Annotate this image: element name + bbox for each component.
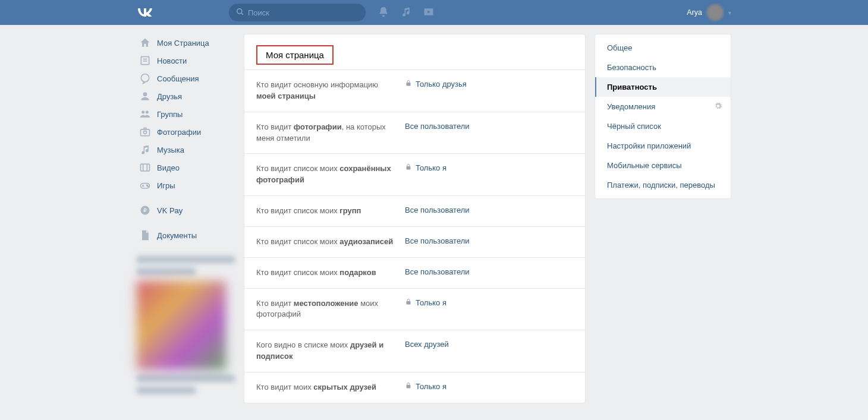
sidebar-item-label: Сообщения: [157, 74, 199, 83]
friends-icon: [139, 90, 151, 102]
svg-point-9: [146, 110, 149, 113]
search-icon: [236, 8, 244, 18]
lock-icon: [405, 382, 412, 391]
sidebar-item-pay[interactable]: ₽VK Pay: [137, 201, 235, 219]
privacy-row: Кто видит список моих подарковВсе пользо…: [244, 257, 585, 288]
svg-point-19: [147, 186, 149, 187]
lock-icon: [405, 163, 412, 172]
sidebar-item-music[interactable]: Музыка: [137, 141, 235, 159]
news-icon: [139, 55, 151, 67]
privacy-row-value-text: Все пользователи: [405, 206, 470, 214]
sidebar-item-label: Новости: [157, 56, 187, 65]
privacy-row: Кого видно в списке моих друзей и подпис…: [244, 330, 585, 372]
privacy-row: Кто видит основную информацию моей стран…: [244, 70, 585, 112]
sidebar-item-video[interactable]: Видео: [137, 159, 235, 176]
settings-nav-label: Платежи, подписки, переводы: [607, 181, 715, 190]
sidebar-item-label: Документы: [157, 231, 197, 240]
svg-rect-23: [407, 166, 411, 170]
svg-point-11: [144, 131, 147, 134]
vk-logo[interactable]: [137, 5, 229, 20]
privacy-row-label: Кого видно в списке моих друзей и подпис…: [256, 340, 405, 362]
privacy-row-value[interactable]: Все пользователи: [405, 206, 470, 217]
settings-nav-label: Приватность: [607, 83, 657, 91]
docs-icon: [139, 229, 151, 241]
notifications-icon[interactable]: [378, 6, 389, 20]
privacy-row-value[interactable]: Все пользователи: [405, 267, 470, 279]
settings-nav-item[interactable]: Приватность: [595, 77, 731, 97]
privacy-row: Кто видит список моих аудиозаписейВсе по…: [244, 226, 585, 257]
svg-rect-10: [141, 130, 150, 136]
settings-nav-item[interactable]: Чёрный список: [595, 116, 731, 136]
sidebar-item-news[interactable]: Новости: [137, 52, 235, 70]
privacy-row-value[interactable]: Только я: [405, 298, 446, 321]
search-input[interactable]: [248, 8, 348, 17]
sidebar-item-label: VK Pay: [157, 206, 183, 215]
sidebar-item-photos[interactable]: Фотографии: [137, 123, 235, 141]
svg-rect-24: [407, 301, 411, 305]
sidebar-item-docs[interactable]: Документы: [137, 226, 235, 244]
privacy-row-label: Кто видит список моих групп: [256, 206, 405, 217]
home-icon: [139, 37, 151, 49]
privacy-row-value-text: Все пользователи: [405, 236, 470, 245]
privacy-row-value[interactable]: Все пользователи: [405, 236, 470, 248]
privacy-row-label: Кто видит местоположение моих фотографий: [256, 298, 405, 321]
sidebar-item-home[interactable]: Моя Страница: [137, 34, 235, 52]
privacy-row-label: Кто видит фотографии, на которых меня от…: [256, 122, 405, 144]
music-icon: [139, 144, 151, 156]
privacy-row-value[interactable]: Только я: [405, 163, 446, 186]
photos-icon: [139, 126, 151, 138]
privacy-row-value-text: Только я: [416, 163, 446, 172]
privacy-row-value[interactable]: Только друзья: [405, 80, 467, 102]
lock-icon: [405, 298, 412, 307]
svg-line-1: [241, 12, 243, 14]
svg-point-6: [141, 74, 149, 82]
top-header: Arya ▾: [0, 0, 868, 25]
settings-nav-label: Настройки приложений: [607, 141, 691, 150]
privacy-row: Кто видит моих скрытых друзейТолько я: [244, 372, 585, 403]
games-icon: [139, 179, 151, 191]
sidebar-item-games[interactable]: Игры: [137, 176, 235, 194]
settings-nav-item[interactable]: Безопасность: [595, 58, 731, 77]
section-title: Моя страница: [256, 45, 334, 65]
sidebar-item-label: Фотографии: [157, 128, 201, 137]
search-box[interactable]: [229, 4, 366, 21]
sidebar-item-msg[interactable]: Сообщения: [137, 70, 235, 87]
msg-icon: [139, 72, 151, 84]
settings-nav-item[interactable]: Уведомления: [595, 97, 731, 116]
music-icon[interactable]: [400, 6, 412, 20]
svg-rect-25: [407, 385, 411, 389]
sidebar-item-label: Группы: [157, 110, 183, 119]
settings-nav-label: Безопасность: [607, 63, 656, 72]
privacy-row: Кто видит список моих сохранённых фотогр…: [244, 153, 585, 195]
svg-point-7: [143, 92, 147, 96]
settings-nav-item[interactable]: Мобильные сервисы: [595, 156, 731, 175]
sidebar-item-label: Музыка: [157, 146, 184, 154]
avatar: [707, 4, 724, 21]
username-label: Arya: [687, 8, 702, 17]
privacy-row-value[interactable]: Все пользователи: [405, 122, 470, 144]
svg-point-0: [237, 8, 242, 13]
svg-point-8: [141, 110, 144, 113]
privacy-row-value-text: Все пользователи: [405, 267, 470, 276]
chevron-down-icon: ▾: [728, 10, 731, 16]
svg-rect-22: [407, 83, 411, 86]
settings-nav-item[interactable]: Платежи, подписки, переводы: [595, 175, 731, 195]
sidebar-item-groups[interactable]: Группы: [137, 105, 235, 123]
privacy-settings-panel: Моя страница Кто видит основную информац…: [244, 34, 586, 403]
user-menu[interactable]: Arya ▾: [687, 4, 731, 21]
video-play-icon[interactable]: [423, 6, 435, 20]
sidebar-item-label: Друзья: [157, 92, 182, 101]
sidebar-item-label: Видео: [157, 163, 180, 172]
privacy-row-value[interactable]: Всех друзей: [405, 340, 449, 362]
settings-nav-label: Общее: [607, 43, 633, 52]
privacy-row-value[interactable]: Только я: [405, 382, 446, 393]
settings-nav-item[interactable]: Настройки приложений: [595, 136, 731, 156]
left-sidebar: Моя СтраницаНовостиСообщенияДрузьяГруппы…: [137, 34, 235, 399]
privacy-row-value-text: Только я: [416, 298, 446, 307]
privacy-row-label: Кто видит моих скрытых друзей: [256, 382, 405, 393]
settings-nav-item[interactable]: Общее: [595, 38, 731, 58]
gear-icon[interactable]: [714, 102, 722, 112]
groups-icon: [139, 108, 151, 120]
sidebar-item-friends[interactable]: Друзья: [137, 87, 235, 105]
settings-nav: ОбщееБезопасностьПриватностьУведомленияЧ…: [595, 34, 731, 199]
